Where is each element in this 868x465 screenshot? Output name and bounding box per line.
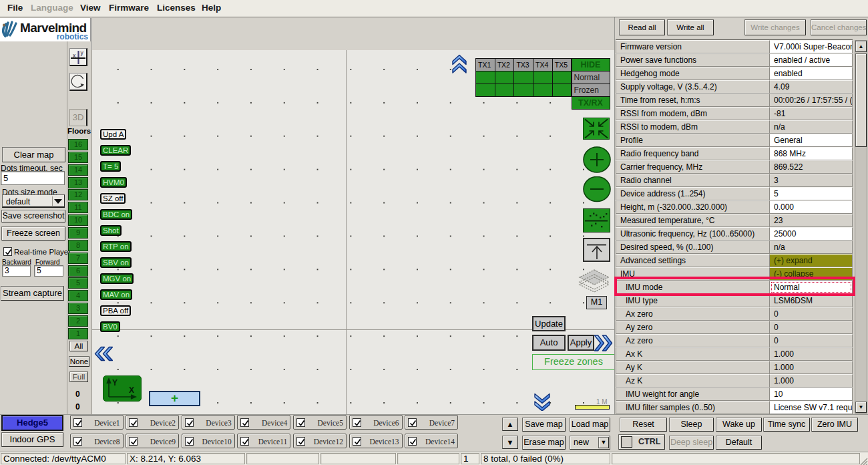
svg-text:y: y <box>81 49 84 56</box>
svg-text:X: X <box>129 385 134 395</box>
svg-text:Y: Y <box>112 378 118 388</box>
